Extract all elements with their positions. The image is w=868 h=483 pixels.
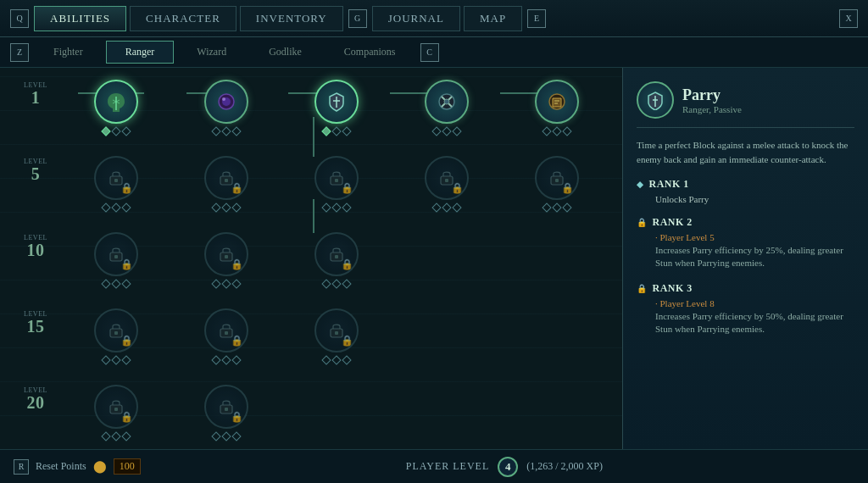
skill-icon-10-1[interactable]: 🔒: [94, 232, 138, 276]
skill-icon-1-1[interactable]: [94, 80, 138, 124]
rank-1-icon: ◆: [637, 180, 644, 189]
skill-icon-5-1[interactable]: 🔒: [94, 156, 138, 200]
skill-cell-1-2: [171, 75, 281, 151]
ability-description: Time a perfect Block against a melee att…: [637, 138, 854, 166]
skill-dots-20-1: [103, 433, 130, 440]
gold-amount: 100: [114, 458, 141, 475]
top-nav: Q ABILITIES CHARACTER INVENTORY G JOURNA…: [0, 0, 868, 37]
key-c: C: [420, 43, 439, 62]
skill-cell-1-3: [281, 75, 392, 151]
skill-icon-5-2[interactable]: 🔒: [204, 156, 248, 200]
skill-cell-15-4-empty: [392, 303, 502, 380]
tab-journal[interactable]: JOURNAL: [372, 6, 460, 31]
skill-dots-15-2: [213, 357, 240, 364]
xp-display: (1,263 / 2,000 XP): [526, 460, 603, 473]
player-level-badge: 4: [498, 457, 518, 477]
svg-rect-38: [225, 408, 228, 411]
ability-header: Parry Ranger, Passive: [637, 81, 854, 128]
skill-cell-1-5: [502, 75, 612, 151]
skill-cell-1-4: [392, 75, 502, 151]
svg-rect-26: [225, 255, 228, 258]
svg-rect-24: [114, 255, 118, 258]
tab-character[interactable]: CHARACTER: [130, 6, 236, 31]
key-q: Q: [10, 9, 29, 28]
close-button[interactable]: X: [839, 9, 858, 28]
ability-name: Parry: [682, 86, 742, 104]
ability-icon-large: [637, 81, 674, 119]
skill-dots-5-3: [323, 204, 350, 211]
skill-icon-15-3[interactable]: 🔒: [314, 308, 359, 353]
svg-rect-20: [445, 179, 448, 182]
skill-icon-5-4[interactable]: 🔒: [425, 156, 469, 200]
skill-icon-20-2[interactable]: 🔒: [204, 385, 248, 429]
skill-icon-5-5[interactable]: 🔒: [535, 156, 579, 200]
rank-1-label: RANK 1: [649, 178, 689, 191]
svg-rect-14: [114, 179, 118, 182]
skill-cell-15-3: 🔒: [281, 303, 392, 380]
gold-icon: ⬤: [93, 459, 107, 474]
skill-icon-15-2[interactable]: 🔒: [204, 308, 248, 353]
skill-tree-area: LEVEL 1: [0, 68, 622, 449]
rank-3-header: 🔒 RANK 3: [637, 282, 854, 295]
tab-fighter[interactable]: Fighter: [34, 41, 103, 64]
skill-grid: LEVEL 1: [10, 75, 612, 442]
svg-rect-16: [225, 179, 228, 182]
svg-rect-32: [225, 331, 228, 335]
skill-cell-5-2: 🔒: [171, 151, 281, 227]
skill-icon-10-2[interactable]: 🔒: [204, 232, 248, 276]
key-r: R: [14, 459, 29, 475]
player-level-section: PLAYER LEVEL 4 (1,263 / 2,000 XP): [154, 457, 854, 477]
main-content: LEVEL 1: [0, 68, 868, 449]
rank-2-requirement: Player Level 5: [655, 232, 854, 242]
skill-cell-10-1: 🔒: [61, 227, 171, 303]
skill-icon-15-1[interactable]: 🔒: [94, 308, 138, 353]
skill-cell-10-3: 🔒: [281, 227, 392, 303]
skill-cell-5-4: 🔒: [392, 151, 502, 227]
svg-rect-34: [335, 331, 338, 335]
skill-icon-10-3[interactable]: 🔒: [314, 232, 359, 276]
level-label-1: LEVEL 1: [10, 75, 61, 151]
skill-dots-15-1: [103, 357, 130, 364]
skill-cell-15-5-empty: [502, 303, 612, 380]
skill-dots-5-1: [103, 204, 130, 211]
skill-icon-1-4[interactable]: [425, 80, 469, 124]
rank-3-label: RANK 3: [653, 282, 693, 295]
skill-icon-20-1[interactable]: 🔒: [94, 385, 138, 429]
skill-cell-5-5: 🔒: [502, 151, 612, 227]
tab-wizard[interactable]: Wizard: [177, 41, 246, 64]
rank-1-header: ◆ RANK 1: [637, 178, 854, 191]
skill-icon-parry[interactable]: [314, 80, 359, 124]
rank-2-label: RANK 2: [653, 216, 693, 229]
tab-abilities[interactable]: ABILITIES: [34, 6, 126, 31]
tab-ranger[interactable]: Ranger: [106, 41, 175, 64]
tab-inventory[interactable]: INVENTORY: [240, 6, 343, 31]
tab-godlike[interactable]: Godlike: [249, 41, 321, 64]
reset-section: R Reset Points ⬤ 100: [14, 458, 141, 475]
svg-rect-28: [335, 255, 338, 258]
key-g: G: [348, 9, 367, 28]
rank-3-requirement: Player Level 8: [655, 298, 854, 308]
tab-map[interactable]: MAP: [464, 6, 522, 31]
svg-point-9: [222, 97, 225, 101]
rank-2-lock-icon: 🔒: [637, 218, 648, 227]
skill-cell-20-3-empty: [281, 380, 392, 449]
skill-icon-5-3[interactable]: 🔒: [314, 156, 359, 200]
svg-rect-36: [114, 408, 118, 411]
skill-icon-1-5[interactable]: [535, 80, 579, 124]
skill-dots-10-1: [103, 280, 130, 287]
skill-icon-1-2[interactable]: [204, 80, 248, 124]
level-label-5: LEVEL 5: [10, 151, 61, 227]
skill-cell-10-4-empty: [392, 227, 502, 303]
skill-dots-1-2: [213, 128, 240, 135]
tab-companions[interactable]: Companions: [325, 41, 415, 64]
rank-2-desc: Increases Parry efficiency by 25%, deali…: [655, 244, 854, 270]
skill-cell-10-5-empty: [502, 227, 612, 303]
rank-1-unlock: Unlocks Parry: [655, 194, 854, 204]
rank-3-section: 🔒 RANK 3 Player Level 8 Increases Parry …: [637, 282, 854, 336]
reset-label: Reset Points: [36, 460, 86, 473]
level-label-15: LEVEL 15: [10, 303, 61, 380]
skill-dots-5-2: [213, 204, 240, 211]
rank-2-section: 🔒 RANK 2 Player Level 5 Increases Parry …: [637, 216, 854, 270]
svg-rect-18: [335, 179, 338, 182]
skill-cell-1-1: [61, 75, 171, 151]
